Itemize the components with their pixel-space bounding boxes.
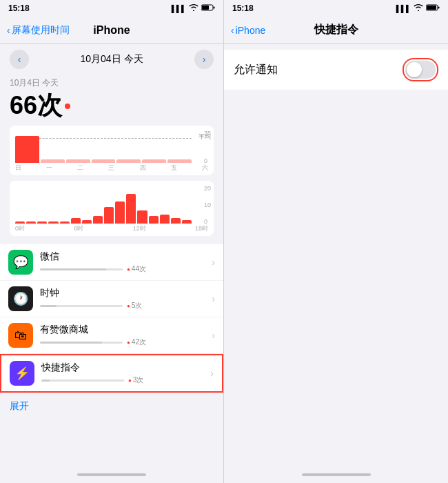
app-list-item[interactable]: 🕐时钟●5次› [0,281,223,317]
svg-rect-2 [202,6,209,10]
app-usage-bar-fill [41,379,50,382]
daily-bar [71,218,81,224]
app-usage-row: ●42次 [40,337,205,347]
right-home-indicator [224,466,448,483]
chevron-right-icon: › [203,54,206,65]
daily-x-label: 12时 [133,224,146,233]
app-usage-count: ●5次 [127,301,142,310]
right-panel: 15:18 ▌▌▌ ‹ iPhone [224,0,448,483]
app-chevron-icon: › [212,293,215,304]
stats-count-text: 66次 [10,89,62,123]
right-signal-icon: ▌▌▌ [396,5,411,12]
svg-rect-5 [427,6,436,10]
allow-notifications-toggle[interactable] [405,61,436,79]
daily-bar [93,216,103,224]
app-info: 有赞微商城●42次 [40,324,205,347]
app-icon: 🕐 [8,286,33,311]
svg-rect-1 [214,7,215,9]
right-home-bar [302,473,371,476]
daily-bar [182,220,192,224]
daily-bar [137,210,147,224]
app-usage-count: ●42次 [127,337,146,347]
app-list-item[interactable]: 💬微信●44次› [0,244,223,280]
app-chevron-icon: › [210,368,214,379]
weekly-x-label: 二 [77,164,83,172]
svg-rect-4 [438,7,440,9]
app-icon: 💬 [8,250,33,275]
daily-bar [171,218,181,224]
right-status-bar: 15:18 ▌▌▌ [224,0,448,17]
daily-bar [37,221,47,224]
date-nav-text: 10月04日 今天 [80,53,143,66]
left-status-icons: ▌▌▌ [172,4,215,12]
app-info: 快捷指令●3次 [41,362,203,385]
daily-bar [48,221,58,224]
app-usage-count: ●44次 [127,264,146,274]
right-battery-icon [426,4,440,12]
left-nav-back[interactable]: ‹ 屏幕使用时间 [7,24,70,37]
right-nav-back[interactable]: ‹ iPhone [231,25,265,36]
toggle-knob [407,62,422,77]
right-nav-bar: ‹ iPhone 快捷指令 [224,17,448,44]
allow-notifications-item: 允许通知 [224,50,448,90]
app-chevron-icon: › [212,330,215,341]
app-list-item[interactable]: ⚡快捷指令●3次› [0,354,223,393]
left-status-time: 15:18 [8,3,30,13]
usage-dot: ● [128,377,132,384]
app-name: 微信 [40,250,205,263]
usage-dot: ● [127,266,130,273]
battery-icon [201,4,215,12]
stats-subtitle: 10月4日 今天 [10,77,214,89]
daily-bar [26,221,36,224]
weekly-x-label: 四 [140,164,146,172]
expand-button[interactable]: 展开 [0,393,223,420]
daily-bars [15,186,192,224]
next-date-button[interactable]: › [194,50,214,69]
usage-count-text: 44次 [132,264,146,274]
daily-chart: 20 10 0 0时6时12时18时 [10,181,214,236]
weekly-chart: 平均 35 0 日一二三四五六 [10,126,214,175]
usage-dot: ● [127,339,130,346]
right-back-label: iPhone [236,25,266,36]
weekly-bar [142,159,166,163]
stats-area: 10月4日 今天 66次 [0,75,223,123]
weekly-x-label: 五 [171,164,177,172]
signal-icon: ▌▌▌ [172,5,186,12]
app-name: 有赞微商城 [40,324,205,336]
weekly-x-label: 三 [108,164,114,172]
weekly-bar [41,159,65,163]
app-list: 💬微信●44次›🕐时钟●5次›🛍有赞微商城●42次›⚡快捷指令●3次› [0,244,223,393]
prev-date-button[interactable]: ‹ [10,50,29,69]
weekly-x-labels: 日一二三四五六 [15,164,208,172]
daily-bar [15,221,25,224]
app-usage-count: ●3次 [128,375,143,385]
right-nav-title: 快捷指令 [314,23,358,37]
chevron-left-icon: ‹ [18,54,21,65]
left-nav-title: iPhone [93,24,130,37]
daily-bar [82,220,92,224]
weekly-x-label: 一 [46,164,52,172]
daily-x-label: 6时 [74,224,83,233]
left-panel: 15:18 ▌▌▌ ‹ 屏幕使用时间 [0,0,224,483]
right-wifi-icon [414,4,423,12]
daily-bar [115,201,125,224]
left-nav-bar: ‹ 屏幕使用时间 iPhone [0,17,223,44]
weekly-bar [66,159,90,163]
stats-red-dot [65,103,70,109]
weekly-bar [167,159,192,163]
weekly-bar [92,159,116,163]
right-back-chevron-icon: ‹ [231,25,234,36]
app-usage-bar-bg [40,342,123,344]
app-usage-row: ●44次 [40,264,205,274]
app-info: 时钟●5次 [40,287,205,310]
app-name: 时钟 [40,287,205,299]
weekly-bars [15,131,192,163]
left-back-chevron-icon: ‹ [7,25,10,36]
chart-container: 平均 35 0 日一二三四五六 20 10 0 0时6时12时18时 [0,123,223,244]
daily-x-labels: 0时6时12时18时 [15,224,208,233]
y-label-35: 35 [204,130,211,137]
app-list-item[interactable]: 🛍有赞微商城●42次› [0,317,223,353]
usage-dot: ● [127,303,130,309]
left-back-label: 屏幕使用时间 [12,24,70,37]
daily-x-label: 18时 [195,224,208,233]
